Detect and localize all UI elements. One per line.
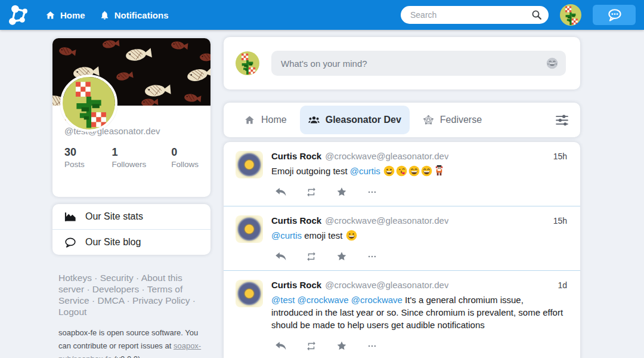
mention-link[interactable]: @test [271,295,295,305]
post-timestamp[interactable]: 15h [553,152,567,161]
sidebar: test @test@gleasonator.dev 30 Posts 1 Fo… [52,38,210,358]
timeline-column: Home Gleasonator Dev Fediverse Curtis Ro… [224,37,580,358]
stat-followers[interactable]: 1 Followers [112,146,171,169]
post-actions [271,340,567,352]
nav-notifications-link[interactable]: Notifications [100,10,169,20]
soapbox-logo-icon[interactable] [6,3,30,27]
footer-link[interactable]: Logout [58,307,86,317]
star-icon [336,341,348,351]
user-avatar[interactable] [560,4,581,26]
reply-button[interactable] [274,251,287,263]
star-icon [336,251,348,262]
users-icon [308,115,320,125]
stat-follows-label: Follows [171,160,199,169]
reply-icon [275,341,287,351]
stat-posts[interactable]: 30 Posts [64,146,112,169]
footer-link[interactable]: Security [100,273,134,283]
post-content: @test @crockwave @crockwave It's a gener… [271,294,567,331]
post-author-handle[interactable]: @crockwave@gleasonator.dev [325,215,448,226]
stat-follows[interactable]: 0 Follows [171,146,199,169]
post-author-name[interactable]: Curtis Rock [271,280,321,290]
favourite-button[interactable] [335,186,348,198]
reply-icon [275,251,287,262]
mascot-custom-emoji [434,165,445,177]
emoji-picker-button[interactable] [546,57,558,69]
repost-button[interactable] [305,186,318,198]
star-icon [336,187,348,197]
more-button[interactable] [366,186,379,198]
stat-posts-value: 30 [64,146,112,159]
timeline-posts: Curtis Rock @crockwave@gleasonator.dev 1… [224,142,580,358]
search-box [401,6,549,24]
post-body: Curtis Rock @crockwave@gleasonator.dev 1… [271,215,567,263]
beaming-emoji [408,165,420,177]
footer-link[interactable]: Hotkeys [58,273,92,283]
favourite-button[interactable] [335,340,348,352]
repost-button[interactable] [305,251,318,263]
stat-followers-label: Followers [112,160,171,169]
more-button[interactable] [366,251,379,263]
reply-button[interactable] [274,340,287,352]
post-header: Curtis Rock @crockwave@gleasonator.dev 1… [271,215,567,226]
favourite-button[interactable] [335,251,348,263]
profile-avatar[interactable] [60,75,117,132]
footer-link[interactable]: DMCA [97,295,124,305]
post-timestamp[interactable]: 1d [558,280,567,290]
navbar: Home Notifications [0,0,644,30]
tab-gleasonator-dev[interactable]: Gleasonator Dev [300,106,410,134]
reply-icon [275,187,287,197]
speech-bubble-icon [64,237,76,248]
post-author-name[interactable]: Curtis Rock [271,215,321,226]
search-input[interactable] [401,6,549,24]
post-actions [271,186,567,198]
stat-posts-label: Posts [64,160,112,169]
post-author-name[interactable]: Curtis Rock [271,151,321,161]
search-icon[interactable] [531,10,542,20]
post: Curtis Rock @crockwave@gleasonator.dev 1… [224,142,580,206]
post-author-avatar[interactable] [236,215,263,243]
navbar-right [401,4,636,26]
site-blog-link[interactable]: Our Site blog [52,229,210,255]
post-actions [271,251,567,263]
reply-button[interactable] [274,186,287,198]
footer-link[interactable]: Developers [92,284,139,294]
timeline-tabs: Home Gleasonator Dev Fediverse [224,103,580,137]
site-blog-label: Our Site blog [85,237,141,248]
post-header: Curtis Rock @crockwave@gleasonator.dev 1… [271,280,567,290]
tune-sliders-icon[interactable] [556,115,568,126]
post-timestamp[interactable]: 15h [553,216,567,226]
nav-home-link[interactable]: Home [45,10,85,20]
footer-note: soapbox-fe is open source software. You … [58,326,208,358]
chat-button[interactable] [593,5,636,25]
post-body: Curtis Rock @crockwave@gleasonator.dev 1… [271,151,567,198]
more-button[interactable] [366,340,379,352]
tab-gleasonator-dev-label: Gleasonator Dev [326,115,401,125]
stat-follows-value: 0 [171,146,199,159]
footer-links: Hotkeys · Security · About this server ·… [58,272,208,317]
post-author-handle[interactable]: @crockwave@gleasonator.dev [325,151,448,161]
tab-fediverse[interactable]: Fediverse [414,106,490,134]
compose-input[interactable] [271,51,566,76]
mention-link[interactable]: @crockwave [351,295,402,305]
tab-fediverse-label: Fediverse [440,115,482,125]
ellipsis-icon [366,187,378,197]
home-icon [244,115,255,125]
stat-followers-value: 1 [112,146,171,159]
repost-button[interactable] [305,340,318,352]
tab-home-label: Home [261,115,287,125]
mention-link[interactable]: @curtis [350,166,380,176]
post-content: Emoji outgoing test @curtis [271,165,567,177]
mention-link[interactable]: @crockwave [298,295,349,305]
nav-home-label: Home [60,10,85,20]
site-stats-link[interactable]: Our Site stats [52,204,210,229]
mention-link[interactable]: @curtis [271,230,302,240]
repost-icon [305,251,317,262]
compose-avatar[interactable] [236,51,259,75]
tab-home[interactable]: Home [236,106,295,134]
post-author-handle[interactable]: @crockwave@gleasonator.dev [325,280,448,290]
home-icon [45,10,55,20]
post-author-avatar[interactable] [236,280,263,307]
ellipsis-icon [366,341,378,351]
post-author-avatar[interactable] [236,151,263,178]
footer-link[interactable]: Privacy Policy [132,295,190,305]
